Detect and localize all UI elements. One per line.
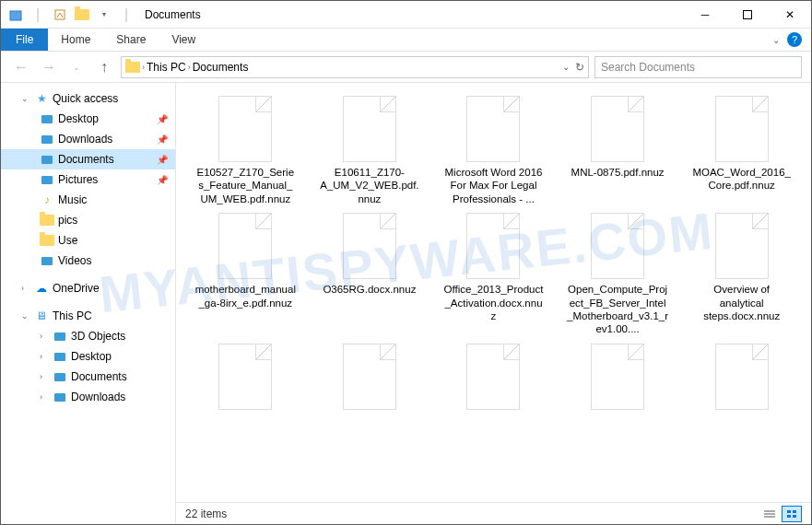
svg-rect-10 (54, 373, 65, 381)
sidebar-item-videos[interactable]: Videos (1, 251, 175, 271)
search-input[interactable]: Search Documents (594, 56, 802, 78)
tab-view[interactable]: View (159, 29, 208, 51)
svg-rect-6 (41, 176, 53, 184)
qat-dropdown-icon[interactable]: ▾ (95, 6, 113, 24)
large-icons-view-icon[interactable] (782, 506, 802, 522)
chevron-down-icon[interactable]: ⌄ (21, 94, 30, 103)
file-name: Overview of analytical steps.docx.nnuz (691, 283, 793, 322)
up-button[interactable]: ↑ (93, 56, 115, 78)
breadcrumb[interactable]: › This PC › Documents ⌄ ↻ (121, 56, 589, 78)
sidebar-item-desktop[interactable]: ›Desktop (1, 346, 175, 367)
chevron-right-icon[interactable]: › (142, 63, 145, 72)
sidebar-item-documents[interactable]: ›Documents (1, 367, 175, 387)
sidebar-item-documents[interactable]: Documents📌 (1, 149, 175, 169)
file-item[interactable]: Open_Compute_Project_FB_Server_Intel_Mot… (558, 213, 678, 336)
sidebar-item-3d-objects[interactable]: ›3D Objects (1, 326, 175, 346)
sidebar-item-label: Music (58, 193, 87, 206)
sidebar-item-label: Desktop (71, 350, 112, 363)
sidebar-item-music[interactable]: ♪Music (1, 190, 175, 210)
file-item[interactable] (185, 344, 306, 414)
pin-icon: 📌 (157, 114, 168, 124)
sidebar-onedrive[interactable]: ›☁OneDrive (1, 278, 175, 298)
chevron-right-icon[interactable]: › (40, 392, 49, 402)
file-tab[interactable]: File (1, 29, 48, 51)
chevron-right-icon[interactable]: › (40, 332, 49, 341)
breadcrumb-segment[interactable]: This PC (147, 61, 186, 74)
separator: | (117, 6, 135, 24)
file-name: Office_2013_Product_Activation.docx.nnuz (442, 283, 544, 322)
sidebar-item-label: Documents (58, 153, 114, 166)
file-item[interactable]: E10611_Z170-A_UM_V2_WEB.pdf.nnuz (310, 96, 430, 205)
sidebar-quick-access[interactable]: ⌄★Quick access (1, 88, 175, 109)
file-item[interactable]: MOAC_Word_2016_Core.pdf.nnuz (681, 96, 802, 205)
minimize-button[interactable]: ─ (684, 1, 726, 29)
svg-rect-5 (41, 156, 53, 164)
file-item[interactable]: motherboard_manual_ga-8irx_e.pdf.nnuz (185, 213, 306, 336)
file-item[interactable]: MNL-0875.pdf.nnuz (558, 96, 678, 205)
breadcrumb-segment[interactable]: Documents (193, 61, 249, 74)
navigation-pane[interactable]: ⌄★Quick accessDesktop📌Downloads📌Document… (1, 83, 176, 524)
sidebar-item-pics[interactable]: pics (1, 210, 175, 230)
sidebar-item-use[interactable]: Use (1, 230, 175, 251)
file-item[interactable] (310, 344, 430, 414)
maximize-button[interactable] (726, 1, 769, 29)
file-item[interactable] (433, 344, 554, 414)
file-icon (218, 213, 272, 279)
sidebar-item-downloads[interactable]: ›Downloads (1, 387, 175, 407)
close-button[interactable]: ✕ (769, 1, 811, 29)
sidebar-item-pictures[interactable]: Pictures📌 (1, 169, 175, 190)
ribbon: File Home Share View ⌄ ? (1, 29, 811, 52)
svg-rect-11 (54, 393, 65, 402)
file-item[interactable]: E10527_Z170_Series_Feature_Manual_UM_WEB… (185, 96, 306, 205)
file-icon (218, 344, 272, 410)
folder-icon (40, 213, 54, 228)
svg-rect-7 (41, 257, 53, 265)
file-item[interactable]: Microsoft Word 2016 For Max For Legal Pr… (433, 96, 554, 205)
folder-icon (40, 233, 54, 248)
forward-button[interactable]: → (38, 56, 60, 78)
file-item[interactable] (558, 344, 678, 414)
chevron-right-icon[interactable]: › (21, 284, 30, 293)
item-count: 22 items (185, 508, 227, 520)
breadcrumb-dropdown-icon[interactable]: ⌄ (562, 62, 570, 72)
tab-home[interactable]: Home (48, 29, 103, 51)
file-name: Open_Compute_Project_FB_Server_Intel_Mot… (567, 283, 668, 336)
svg-rect-1 (55, 10, 65, 19)
sidebar-item-desktop[interactable]: Desktop📌 (1, 109, 175, 129)
file-item[interactable]: O365RG.docx.nnuz (310, 213, 430, 336)
sidebar-item-label: Downloads (58, 133, 112, 146)
desktop-icon (40, 111, 54, 126)
window-title: Documents (145, 8, 201, 21)
onedrive-icon: ☁ (34, 281, 49, 296)
sidebar-this-pc[interactable]: ⌄🖥This PC (1, 306, 175, 326)
tab-share[interactable]: Share (103, 29, 159, 51)
chevron-right-icon[interactable]: › (40, 372, 49, 381)
details-view-icon[interactable] (759, 506, 780, 522)
file-icon (715, 96, 769, 162)
chevron-right-icon[interactable]: › (40, 352, 49, 361)
sidebar-label: Quick access (53, 92, 118, 105)
help-icon[interactable]: ? (787, 32, 802, 47)
sidebar-item-downloads[interactable]: Downloads📌 (1, 129, 175, 149)
chevron-right-icon[interactable]: › (188, 63, 191, 72)
svg-rect-18 (793, 515, 796, 518)
file-item[interactable]: Overview of analytical steps.docx.nnuz (681, 213, 802, 336)
file-grid[interactable]: E10527_Z170_Series_Feature_Manual_UM_WEB… (176, 83, 811, 502)
content-area: ⌄★Quick accessDesktop📌Downloads📌Document… (1, 83, 811, 524)
refresh-icon[interactable]: ↻ (575, 61, 584, 74)
pin-icon: 📌 (157, 134, 168, 145)
file-item[interactable] (681, 344, 802, 414)
status-bar: 22 items (176, 502, 811, 524)
ribbon-chevron-icon[interactable]: ⌄ (772, 35, 780, 45)
file-item[interactable]: Office_2013_Product_Activation.docx.nnuz (433, 213, 554, 336)
back-button[interactable]: ← (10, 56, 32, 78)
properties-icon[interactable] (51, 6, 69, 24)
new-folder-icon[interactable] (73, 6, 91, 24)
address-bar: ← → ⌄ ↑ › This PC › Documents ⌄ ↻ Search… (1, 52, 811, 83)
svg-rect-0 (10, 11, 21, 20)
file-icon (466, 96, 520, 162)
recent-dropdown[interactable]: ⌄ (65, 56, 88, 78)
chevron-down-icon[interactable]: ⌄ (21, 311, 30, 321)
downloads-icon (40, 132, 54, 146)
downloads-icon (53, 390, 67, 404)
